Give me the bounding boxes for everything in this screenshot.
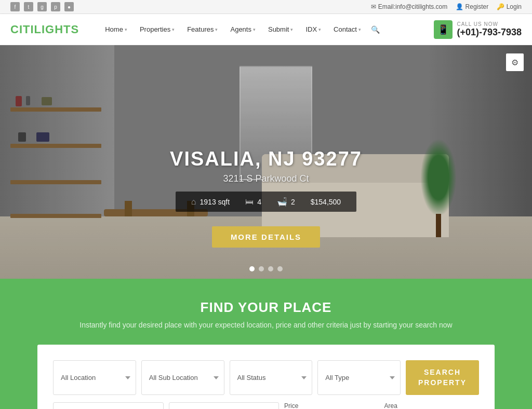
nav-agents[interactable]: Agents ▾: [225, 21, 260, 37]
twitter-icon[interactable]: t: [24, 2, 33, 11]
slider-dot[interactable]: [277, 266, 283, 271]
hero-info-bar: ⌂ 1913 sqft 🛏 4 🛁 2 $154,500: [176, 192, 356, 212]
bath-icon: 🛁: [277, 197, 287, 207]
settings-button[interactable]: ⚙: [506, 53, 524, 71]
google-plus-icon[interactable]: g: [37, 2, 47, 11]
hero-sqft: ⌂ 1913 sqft: [191, 197, 230, 207]
call-section: 📱 CALL US NOW (+01)-793-7938: [434, 20, 522, 39]
chevron-down-icon: ▾: [318, 27, 321, 32]
social-links: f t g p ●: [10, 2, 74, 11]
price-group: Price: [284, 402, 379, 409]
bedrooms-select[interactable]: All Bedrooms 1 2 3 4 5+: [53, 402, 164, 409]
hero-content: VISALIA, NJ 93277 3211 S Parkwood Ct ⌂ 1…: [0, 148, 532, 248]
nav-features[interactable]: Features ▾: [182, 21, 223, 37]
sub-location-select[interactable]: All Sub Location Downtown Midtown Uptown: [141, 360, 224, 395]
status-select[interactable]: All Status For Sale For Rent Sold: [230, 360, 313, 395]
search-row-2: All Bedrooms 1 2 3 4 5+ All Bathrooms 1 …: [53, 402, 479, 409]
email-link[interactable]: ✉ Email:info@citilights.com: [371, 3, 448, 10]
top-bar-right: ✉ Email:info@citilights.com 👤 Register 🔑…: [371, 3, 522, 10]
login-link[interactable]: 🔑 Login: [497, 3, 522, 10]
hero-city-title: VISALIA, NJ 93277: [0, 148, 532, 170]
hero-slider: ⚙ VISALIA, NJ 93277 3211 S Parkwood Ct ⌂…: [0, 45, 532, 279]
search-section: FIND YOUR PLACE Instantly find your desi…: [0, 279, 532, 409]
email-icon: ✉: [371, 3, 376, 10]
nav-submit[interactable]: Submit ▾: [263, 21, 298, 37]
pinterest-icon[interactable]: p: [51, 2, 60, 11]
slider-dots: [249, 266, 283, 271]
bed-icon: 🛏: [245, 197, 254, 207]
chevron-down-icon: ▾: [358, 27, 361, 32]
chevron-down-icon: ▾: [125, 27, 127, 32]
search-description: Instantly find your desired place with y…: [10, 321, 522, 329]
search-row-1: All Location New York New Jersey Califor…: [53, 360, 479, 395]
rss-icon[interactable]: ●: [64, 2, 74, 11]
price-label: Price: [284, 402, 379, 409]
register-link[interactable]: 👤 Register: [456, 3, 488, 10]
home-icon: ⌂: [191, 197, 196, 207]
phone-icon: 📱: [434, 20, 453, 39]
hero-baths: 🛁 2: [277, 197, 295, 207]
search-property-button[interactable]: SEARCH PROPERTY: [406, 360, 479, 395]
top-bar: f t g p ● ✉ Email:info@citilights.com 👤 …: [0, 0, 532, 14]
search-icon[interactable]: 🔍: [368, 22, 383, 37]
register-icon: 👤: [456, 3, 463, 10]
chevron-down-icon: ▾: [253, 27, 256, 32]
nav-idx[interactable]: IDX ▾: [300, 21, 326, 37]
email-text: Email:info@citilights.com: [378, 3, 448, 10]
chevron-down-icon: ▾: [172, 27, 175, 32]
hero-beds: 🛏 4: [245, 197, 261, 207]
hero-details-button[interactable]: MORE DETAILS: [212, 226, 320, 248]
nav-properties[interactable]: Properties ▾: [135, 21, 180, 37]
nav-contact[interactable]: Contact ▾: [328, 21, 366, 37]
slider-dot[interactable]: [249, 266, 255, 271]
search-title: FIND YOUR PLACE: [10, 299, 522, 316]
type-select[interactable]: All Type House Apartment Villa Commercia…: [317, 360, 401, 395]
area-group: Area: [384, 402, 480, 409]
main-nav: CITILIGHTS Home ▾ Properties ▾ Features …: [0, 14, 532, 45]
nav-links: Home ▾ Properties ▾ Features ▾ Agents ▾ …: [100, 21, 423, 37]
location-select[interactable]: All Location New York New Jersey Califor…: [53, 360, 136, 395]
chevron-down-icon: ▾: [290, 27, 293, 32]
nav-home[interactable]: Home ▾: [100, 21, 132, 37]
hero-price: $154,500: [311, 198, 341, 206]
call-text: CALL US NOW (+01)-793-7938: [457, 21, 522, 38]
slider-dot[interactable]: [268, 266, 273, 271]
login-icon: 🔑: [497, 3, 504, 10]
facebook-icon[interactable]: f: [10, 2, 20, 11]
chevron-down-icon: ▾: [215, 27, 218, 32]
area-label: Area: [384, 402, 480, 409]
slider-dot[interactable]: [259, 266, 264, 271]
bathrooms-select[interactable]: All Bathrooms 1 2 3 4+: [169, 402, 280, 409]
logo[interactable]: CITILIGHTS: [10, 23, 79, 36]
search-box: All Location New York New Jersey Califor…: [37, 345, 495, 409]
hero-address: 3211 S Parkwood Ct: [0, 173, 532, 184]
